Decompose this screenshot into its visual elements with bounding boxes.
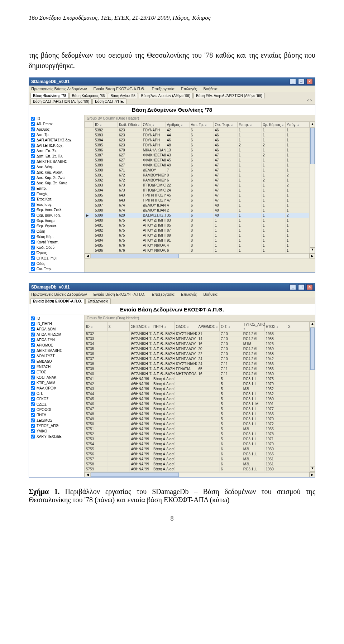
cell[interactable]: Βάση Α.Λιοσίων.. xyxy=(152,407,175,412)
cell[interactable]: RC3.1LL xyxy=(242,452,264,457)
cell[interactable] xyxy=(107,362,130,367)
cell[interactable]: ▶ xyxy=(85,213,94,218)
menu-item[interactable]: Βοήθεια xyxy=(203,87,217,91)
cell[interactable]: 46 xyxy=(214,138,238,143)
cell[interactable] xyxy=(287,342,310,347)
cell[interactable]: M3L xyxy=(242,387,264,392)
field-checkbox[interactable]: Θέση Κάμ. xyxy=(30,234,83,239)
cell[interactable]: 24 xyxy=(197,357,220,362)
cell[interactable]: 8 xyxy=(190,238,214,243)
cell[interactable]: 89 xyxy=(166,233,190,238)
cell[interactable]: Βάση Α.Λιοσίων.. xyxy=(152,437,175,442)
cell[interactable]: 24 xyxy=(166,188,190,193)
cell[interactable] xyxy=(85,198,94,203)
checkbox[interactable] xyxy=(31,359,35,363)
checkbox[interactable] xyxy=(31,197,35,201)
cell[interactable]: 1 xyxy=(238,213,262,218)
cell[interactable]: M3L xyxy=(242,427,264,432)
field-checkbox[interactable]: Θεμ. Διαφρ. xyxy=(30,218,83,223)
field-checkbox[interactable]: Όγκος xyxy=(30,250,83,256)
column-header[interactable]: ΠΗΓΗ ◂ xyxy=(152,322,175,331)
field-checkbox[interactable]: ID xyxy=(30,116,83,121)
cell[interactable]: 5 xyxy=(220,437,242,442)
minimize-icon[interactable]: _ xyxy=(290,79,296,84)
cell[interactable]: 623 xyxy=(118,138,142,143)
field-checkbox[interactable]: ΕΤΟΣ xyxy=(30,369,83,375)
cell[interactable]: 5405 xyxy=(94,243,118,248)
cell[interactable]: Βάση Α.Λιοσίων.. xyxy=(152,377,175,382)
cell[interactable]: 5744 xyxy=(85,392,108,397)
cell[interactable] xyxy=(287,427,310,432)
cell[interactable]: ΑΘΗΝΑ '99 xyxy=(130,457,152,462)
cell[interactable]: ΑΘΗΝΑ '99 xyxy=(130,427,152,432)
cell[interactable] xyxy=(85,133,94,138)
cell[interactable]: 1 xyxy=(286,188,310,193)
cell[interactable]: 47 xyxy=(214,163,238,168)
cell[interactable]: ΔΕΛΙΟΥ ΙΩΑΝΝΗ xyxy=(142,203,166,208)
cell[interactable] xyxy=(107,357,130,362)
cell[interactable]: 1980 xyxy=(264,467,287,472)
cell[interactable]: Βάση Α.Λιοσίων.. xyxy=(152,417,175,422)
cell[interactable] xyxy=(107,336,130,342)
cell[interactable]: 46 xyxy=(214,143,238,148)
cell[interactable]: ΠΡΙΓΚΗΠΟΣ ΝΙΚ xyxy=(142,198,166,203)
data-grid[interactable]: ID ◂Κωδ. Οδού ◂Οδός ◂Αριθμός ◂Αστ. Τμ. ◂… xyxy=(85,122,310,253)
cell[interactable]: 1960 xyxy=(264,372,287,377)
cell[interactable]: 45 xyxy=(166,158,190,163)
tab[interactable]: Βάση Καλαμάτας '86 xyxy=(70,93,108,98)
cell[interactable]: 1 xyxy=(286,218,310,223)
cell[interactable]: 22 xyxy=(166,183,190,188)
cell[interactable] xyxy=(197,467,220,472)
cell[interactable]: 1 xyxy=(286,158,310,163)
menu-item[interactable]: Βοήθεια xyxy=(203,292,217,296)
cell[interactable]: Βάση Α.Λιοσίων.. xyxy=(152,467,175,472)
cell[interactable]: ΜΕΝΕΛΑΟΥ xyxy=(175,352,197,357)
cell[interactable]: 1 xyxy=(262,158,286,163)
cell[interactable]: 5400 xyxy=(94,218,118,223)
cell[interactable]: 5755 xyxy=(85,447,108,452)
checkbox[interactable] xyxy=(31,192,35,196)
field-checkbox[interactable]: ΔΟΜ.ΣΥΣΤ xyxy=(30,353,83,359)
column-header[interactable]: Αριθμός ◂ xyxy=(166,122,190,128)
cell[interactable]: 1 xyxy=(286,208,310,213)
cell[interactable] xyxy=(107,422,130,427)
cell[interactable]: ΑΘΗΝΑ '99 xyxy=(130,432,152,437)
field-checkbox[interactable]: ΑΠΩΛ.ΔΟΜ xyxy=(30,326,83,332)
cell[interactable]: 1 xyxy=(286,128,310,133)
cell[interactable]: 1 xyxy=(238,208,262,213)
field-checkbox[interactable]: ΔΕΙΚΤΗΣ ΒΛΑΒΗΣ xyxy=(30,159,83,164)
cell[interactable] xyxy=(287,417,310,422)
field-checklist[interactable]: IDID_ΠΗΓΗΑΠΩΛ.ΔΟΜΑΠΩΛ.ΜΗΔΟΜΑΠΩΛ.ΣΥΝΑΡΙΘΜ… xyxy=(29,315,85,477)
cell[interactable]: ΑΘΗΝΑ '99 xyxy=(130,407,152,412)
checkbox[interactable] xyxy=(31,235,35,239)
checkbox[interactable] xyxy=(31,402,35,406)
cell[interactable]: 6 xyxy=(190,178,214,183)
field-checkbox[interactable]: ΟΔΟΣ xyxy=(30,402,83,407)
cell[interactable]: 1 xyxy=(262,243,286,248)
checkbox[interactable] xyxy=(31,144,35,147)
cell[interactable]: 5746 xyxy=(85,402,108,407)
cell[interactable] xyxy=(107,452,130,457)
cell[interactable]: 1969 xyxy=(264,347,287,352)
cell[interactable]: 6 xyxy=(190,208,214,213)
cell[interactable]: ΜΙΧΑΗΛ ΙΩΑΝΝΟ xyxy=(142,148,166,153)
field-checkbox[interactable]: ΔΑΠ.ΕΠΙΣΚ δρχ. xyxy=(30,143,83,148)
cell[interactable] xyxy=(175,402,197,407)
cell[interactable]: Α.Π.Θ.-ΒΑΣΗ78 xyxy=(152,347,175,352)
cell[interactable]: 5382 xyxy=(94,128,118,133)
cell[interactable]: 627 xyxy=(118,153,142,158)
cell[interactable]: 623 xyxy=(118,128,142,133)
cell[interactable]: 7.11 xyxy=(220,372,242,377)
field-checkbox[interactable]: Δοκ. Κάμ. Στ. Κάτω xyxy=(30,180,83,186)
cell[interactable]: 5 xyxy=(220,402,242,407)
cell[interactable]: 5394 xyxy=(94,188,118,193)
cell[interactable]: 1963 xyxy=(264,331,287,336)
cell[interactable]: Βάση Α.Λιοσίων.. xyxy=(152,447,175,452)
cell[interactable]: ΓΟΥΝΑΡΗ xyxy=(142,133,166,138)
cell[interactable] xyxy=(175,392,197,397)
cell[interactable]: 47 xyxy=(214,193,238,198)
cell[interactable] xyxy=(85,193,94,198)
field-checkbox[interactable]: Αστ. Τμ. xyxy=(30,132,83,137)
checkbox[interactable] xyxy=(31,224,35,228)
cell[interactable]: ΓΟΥΝΑΡΗ xyxy=(142,138,166,143)
